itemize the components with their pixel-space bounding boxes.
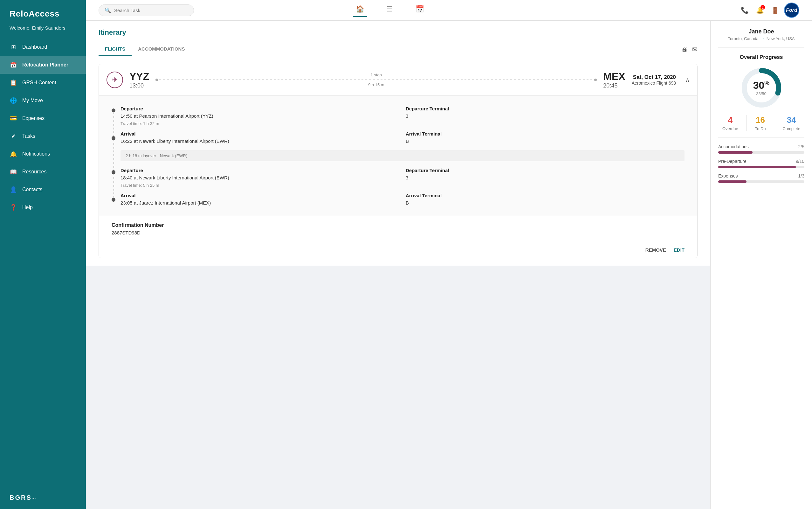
contacts-icon: 👤	[9, 186, 17, 194]
segment-2-departure: Departure Departure Terminal 18:40 at Ne…	[120, 164, 685, 192]
bell-icon-btn[interactable]: 🔔 2	[753, 4, 766, 16]
seg2-dep-label: Departure	[120, 168, 399, 173]
flight-details: Departure Departure Terminal 14:50 at Pe…	[99, 96, 697, 216]
progress-bar-fill-0	[718, 151, 752, 154]
progress-section: Overall Progress 30% 33/50	[718, 48, 804, 138]
seg1-arr-label: Arrival	[120, 131, 399, 136]
todo-number: 16	[756, 115, 765, 125]
seg1-dep-detail: 14:50 at Pearson International Airport (…	[120, 113, 399, 118]
confirmation-section: Confirmation Number 2887STD98D	[99, 216, 697, 242]
dest-time: 20:45	[603, 82, 625, 89]
my-move-icon: 🌐	[9, 97, 17, 104]
sidebar-item-relocation-planner[interactable]: 📅 Relocation Planner	[0, 56, 86, 74]
edit-button[interactable]: EDIT	[674, 247, 685, 252]
flight-header: ✈ YYZ 13:00 1 stop	[99, 64, 697, 96]
list-nav-icon[interactable]: ☰	[383, 3, 397, 17]
seg1-dep-label: Departure	[120, 106, 399, 111]
sidebar-item-dashboard[interactable]: ⊞ Dashboard	[0, 38, 86, 56]
sidebar-bottom: BGRS···	[0, 486, 86, 509]
ford-logo[interactable]: Ford	[784, 3, 799, 18]
stat-todo: 16 To Do	[755, 115, 766, 131]
seg2-arr-terminal: B	[406, 200, 685, 205]
todo-label: To Do	[755, 126, 766, 131]
seg2-travel-time: Travel time: 5 h 25 m	[120, 180, 685, 190]
sidebar-label-contacts: Contacts	[22, 187, 42, 193]
segment-2-arrival: Arrival Arrival Terminal 23:05 at Juarez…	[120, 192, 685, 209]
progress-bar-row-1: Pre-Departure 9/10	[718, 159, 804, 168]
sidebar-nav: ⊞ Dashboard 📅 Relocation Planner 📋 GRSH …	[0, 38, 86, 486]
sidebar-item-tasks[interactable]: ✔ Tasks	[0, 127, 86, 145]
sidebar-label-notifications: Notifications	[22, 151, 50, 157]
progress-bar-row-0: Accomodations 2/5	[718, 144, 804, 154]
email-icon[interactable]: ✉	[692, 45, 698, 53]
segment-dot-1	[112, 108, 115, 112]
progress-bar-label-1: Pre-Departure	[718, 159, 746, 164]
stat-divider-2	[774, 115, 774, 131]
progress-bar-track-2	[718, 180, 804, 183]
calendar-nav-icon[interactable]: 📅	[413, 3, 427, 17]
remove-button[interactable]: REMOVE	[645, 247, 666, 252]
right-sidebar: Jane Doe Toronto, Canada → New York, USA…	[710, 21, 812, 509]
bgrs-logo: BGRS···	[9, 494, 36, 501]
sidebar-item-resources[interactable]: 📖 Resources	[0, 163, 86, 181]
sidebar-label-expenses: Expenses	[22, 115, 44, 121]
stats-row: 4 Overdue 16 To Do 34 Complete	[718, 115, 804, 131]
nav-icons: 📞 🔔 2 🚪 Ford	[738, 3, 799, 18]
seg1-arr-detail: 16:22 at Newark Liberty International Ai…	[120, 138, 399, 144]
home-nav-icon[interactable]: 🏠	[353, 3, 367, 17]
center-nav: 🏠 ☰ 📅	[353, 3, 427, 17]
progress-bar-track-1	[718, 166, 804, 168]
progress-bars: Accomodations 2/5 Pre-Departure 9/10 Exp…	[718, 138, 804, 194]
seg2-dep-terminal-label: Departure Terminal	[406, 168, 685, 173]
search-input[interactable]	[114, 8, 188, 13]
signout-icon-btn[interactable]: 🚪	[769, 4, 781, 16]
search-box[interactable]: 🔍	[99, 4, 194, 16]
segment-dot-3	[112, 170, 115, 174]
user-location: Toronto, Canada → New York, USA	[718, 36, 804, 41]
route-dot-right	[594, 78, 597, 81]
sidebar-item-expenses[interactable]: 💳 Expenses	[0, 109, 86, 127]
layover-bar: 2 h 18 m layover - Newark (EWR)	[120, 150, 685, 161]
timeline-container: Departure Departure Terminal 14:50 at Pe…	[112, 102, 685, 209]
flight-meta: Sat, Oct 17, 2020 Aeromexico Flight 693	[632, 74, 676, 86]
collapse-icon[interactable]: ∧	[686, 76, 690, 83]
route-middle: 1 stop 9 h 15 m	[155, 72, 597, 87]
sidebar-item-notifications[interactable]: 🔔 Notifications	[0, 145, 86, 163]
flight-card: ✈ YYZ 13:00 1 stop	[99, 64, 698, 258]
sidebar-item-my-move[interactable]: 🌐 My Move	[0, 92, 86, 109]
seg1-travel-time: Travel time: 1 h 32 m	[120, 118, 685, 129]
segment-dot-4	[112, 198, 115, 202]
donut-fraction: 33/50	[753, 91, 770, 96]
resources-icon: 📖	[9, 168, 17, 176]
tab-flights[interactable]: FLIGHTS	[99, 43, 132, 56]
main-area: 🔍 🏠 ☰ 📅 📞 🔔 2 🚪 Ford Itinerary F	[86, 0, 812, 509]
stat-overdue: 4 Overdue	[722, 115, 738, 131]
segment-dot-2	[112, 136, 115, 140]
phone-icon-btn[interactable]: 📞	[738, 4, 751, 16]
relocation-planner-icon: 📅	[9, 61, 17, 69]
sidebar-item-help[interactable]: ❓ Help	[0, 199, 86, 216]
progress-bar-row-2: Expenses 1/3	[718, 173, 804, 183]
tab-actions: 🖨 ✉	[681, 45, 698, 53]
sidebar-item-grsh-content[interactable]: 📋 GRSH Content	[0, 74, 86, 92]
tab-accommodations[interactable]: ACCOMMODATIONS	[132, 43, 191, 56]
progress-bar-label-0: Accomodations	[718, 144, 749, 149]
donut-percent: 30%	[753, 79, 770, 91]
user-info: Jane Doe Toronto, Canada → New York, USA	[718, 28, 804, 48]
sidebar-label-resources: Resources	[22, 169, 46, 175]
sidebar-item-contacts[interactable]: 👤 Contacts	[0, 181, 86, 199]
welcome-text: Welcome, Emily Saunders	[0, 25, 86, 38]
route-dashes	[159, 79, 593, 80]
complete-label: Complete	[782, 126, 800, 131]
stops-text: 1 stop	[371, 72, 382, 77]
dest-code: MEX	[603, 71, 625, 82]
sidebar-label-tasks: Tasks	[22, 133, 35, 139]
help-icon: ❓	[9, 204, 17, 211]
expenses-icon: 💳	[9, 114, 17, 122]
itinerary-section: Itinerary FLIGHTS ACCOMMODATIONS 🖨 ✉ ✈	[86, 21, 710, 266]
sidebar-label-relocation-planner: Relocation Planner	[22, 62, 68, 68]
print-icon[interactable]: 🖨	[681, 45, 688, 53]
donut-center: 30% 33/50	[753, 79, 770, 96]
segment-1-arrival: Arrival Arrival Terminal 16:22 at Newark…	[120, 130, 685, 147]
stat-complete: 34 Complete	[782, 115, 800, 131]
